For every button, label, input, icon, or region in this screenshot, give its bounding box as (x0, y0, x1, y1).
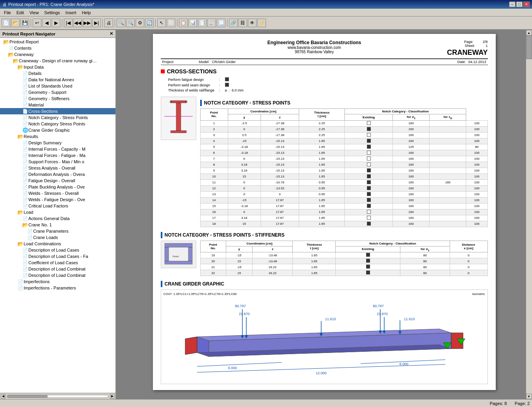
tb-forward[interactable]: ▶ (52, 19, 60, 27)
tree-craneway[interactable]: 📂 Craneway (0, 51, 115, 58)
tree-printout-report[interactable]: 📂 Printout Report (0, 39, 115, 45)
navigator-close[interactable]: ✕ (110, 31, 113, 36)
tb-settings[interactable]: ⚙ (136, 19, 144, 27)
tree-desc-load-combin[interactable]: 📄 Description of Load Combinat (0, 266, 115, 272)
tree-details[interactable]: 📄 Details (0, 70, 115, 77)
tree-fatigue-design[interactable]: 📄 Fatigue Design - Overall (0, 177, 115, 184)
menu-settings[interactable]: Settings (42, 10, 62, 15)
tree-load[interactable]: 📂 Load (0, 209, 115, 215)
tree-crane-no1[interactable]: 📂 Crane No. 1 (0, 222, 115, 228)
tree-critical-load-factors[interactable]: 📄 Critical Load Factors (0, 203, 115, 209)
tb-prev[interactable]: ◀◀ (73, 19, 82, 27)
scroll-up-btn[interactable]: ▲ (526, 30, 532, 35)
tree-standards[interactable]: 📄 List of Standards Used (0, 83, 115, 89)
svg-text:Detail: Detail (173, 255, 179, 258)
minimize-button[interactable]: – (509, 2, 515, 7)
tb-export3[interactable]: 📑 (198, 19, 206, 27)
tree-label: Critical Load Factors (28, 204, 68, 208)
tb-export4[interactable]: 📰 (207, 19, 216, 27)
tree-support-forces[interactable]: 📄 Support Forces - Max / Min o (0, 159, 115, 165)
tb-new[interactable]: 📄 (2, 19, 10, 27)
close-button[interactable]: ✕ (523, 2, 530, 7)
tree-desc-load-cases-fa[interactable]: 📄 Description of Load Cases - Fa (0, 253, 115, 260)
tb-export2[interactable]: 📊 (188, 19, 197, 27)
scroll-down-btn[interactable]: ▼ (526, 394, 532, 399)
tree-label: Geometry - Stiffeners (28, 96, 69, 101)
right-scrollbar[interactable]: ▲ ▼ (526, 30, 532, 399)
tree-craneway-design[interactable]: 📂 Craneway - Design of crane runway gird… (0, 58, 115, 64)
tb-first[interactable]: |◀ (64, 19, 73, 27)
nav-scrollbar[interactable]: ◀ ▶ (0, 393, 115, 399)
tb-select[interactable]: ⬜ (167, 19, 175, 27)
tb-view[interactable]: 👁 (248, 19, 257, 27)
content-area[interactable]: ▲ ▼ Engineering Office Bavaria Construct… (116, 30, 532, 399)
tree-desc-load-combin2[interactable]: 📄 Description of Load Combinat (0, 272, 115, 278)
maximize-button[interactable]: □ (516, 2, 523, 7)
tb-export1[interactable]: 📋 (179, 19, 188, 27)
statusbar: Pages: 8 Page: 2 (0, 399, 532, 407)
tree-input-data[interactable]: 📂 Input Data (0, 64, 115, 70)
tree-notch-stress[interactable]: 📄 Notch Category - Stress Points (0, 114, 115, 121)
tb-save[interactable]: 💾 (20, 19, 29, 27)
tb-next[interactable]: ▶▶ (83, 19, 91, 27)
nav-scrollbar-track[interactable] (7, 395, 108, 398)
tree-material[interactable]: 📄 Material (0, 102, 115, 108)
tree-crane-girder-graphic[interactable]: 🌐 Crane Girder Graphic (0, 127, 115, 133)
toolbar: 📄 📂 💾 ↩ ◀ ▶ |◀ ◀◀ ▶▶ ▶| 🖨 🔍 🔍 ⚙ 🔄 ↖ ⬜ 📋 … (0, 17, 532, 30)
tb-undo[interactable]: ↩ (33, 19, 41, 27)
tree-plate-buckling[interactable]: 📄 Plate Buckling Analysis - Ove (0, 184, 115, 190)
tb-zoom-in[interactable]: 🔍 (117, 19, 125, 27)
tb-back[interactable]: ◀ (42, 19, 51, 27)
tree-label: Cross-Sections (28, 109, 58, 114)
tb-zoom-out[interactable]: 🔍 (126, 19, 135, 27)
tree-crane-parameters[interactable]: 📄 Crane Parameters (0, 228, 115, 234)
tree-actions-general[interactable]: 📄 Actions General Data (0, 215, 115, 222)
nav-scroll-left[interactable]: ◀ (1, 394, 6, 399)
tb-open[interactable]: 📂 (11, 19, 20, 27)
tree-imperfections[interactable]: 📄 Imperfections (0, 278, 115, 285)
notch-category-section: NOTCH CATEGORY - STRESS POINTS PointNo. … (161, 97, 488, 229)
tree-welds-fatigue[interactable]: 📄 Welds - Fatigue Design - Ove (0, 196, 115, 203)
tb-print[interactable]: 🖨 (104, 19, 113, 27)
tree-stress-analysis[interactable]: 📄 Stress Analysis - Overall (0, 165, 115, 171)
menu-insert[interactable]: Insert (63, 10, 79, 15)
col-distance: Distancee [cm] (450, 241, 487, 252)
tree-national-annex[interactable]: 📄 Data for National Annex (0, 77, 115, 83)
col-point-no: PointNo. (200, 109, 228, 121)
tree-load-combinations[interactable]: 📂 Load Combinations (0, 241, 115, 247)
tree-imperfections-params[interactable]: 📄 Imperfections - Parameters (0, 285, 115, 291)
nav-scroll-right[interactable]: ▶ (110, 394, 115, 399)
tb-export5[interactable]: 📃 (217, 19, 225, 27)
tb-cursor[interactable]: ↖ (157, 19, 166, 27)
page-info: Page: 2 (515, 401, 530, 406)
tree-internal-forces-capacity[interactable]: 📄 Internal Forces - Capacity - M (0, 146, 115, 152)
globe-icon: 🌐 (22, 127, 28, 133)
menu-view[interactable]: View (27, 10, 41, 15)
tb-more[interactable]: ⚡ (257, 19, 266, 27)
tree-internal-forces-fatigue[interactable]: 📄 Internal Forces - Fatigue - Ma (0, 152, 115, 159)
tree-notch-stress-s[interactable]: 📄 Notch Category Stress Points (0, 121, 115, 127)
menu-file[interactable]: File (2, 10, 13, 15)
graphic-view: Isometric (472, 292, 485, 296)
tree-coeff-load-cases[interactable]: 📄 Coefficient of Load Cases (0, 260, 115, 266)
tree-geometry-stiffeners[interactable]: 📄 Geometry - Stiffeners (0, 95, 115, 102)
tb-last[interactable]: ▶| (92, 19, 101, 27)
tree-deformation-analysis[interactable]: 📄 Deformation Analysis - Overa (0, 171, 115, 177)
cross-sections-content: Perform fatigue design : Perform weld se… (167, 77, 488, 93)
tree-welds-stresses[interactable]: 📄 Welds - Stresses - Overall (0, 190, 115, 196)
tree-geometry-support[interactable]: 📄 Geometry - Support (0, 89, 115, 95)
tree-desc-load-cases[interactable]: 📄 Description of Load Cases (0, 247, 115, 253)
tb-refresh[interactable]: 🔄 (145, 19, 154, 27)
col-point-no-s: PointNo. (200, 241, 226, 252)
tree-design-summary[interactable]: 📄 Design Summary (0, 140, 115, 146)
menu-help[interactable]: Help (80, 10, 93, 15)
navigator-tree[interactable]: 📂 Printout Report 📄 Contents 📂 Craneway … (0, 38, 115, 393)
tb-link2[interactable]: ⛓ (238, 19, 247, 27)
tree-contents[interactable]: 📄 Contents (0, 45, 115, 51)
tree-crane-loads[interactable]: 📄 Crane Loads (0, 234, 115, 241)
tree-cross-sections[interactable]: 📄 Cross-Sections (0, 108, 115, 114)
tb-link1[interactable]: 🔗 (229, 19, 238, 27)
doc-icon: 📄 (22, 196, 28, 203)
menu-edit[interactable]: Edit (14, 10, 26, 15)
tree-results[interactable]: 📂 Results (0, 133, 115, 140)
